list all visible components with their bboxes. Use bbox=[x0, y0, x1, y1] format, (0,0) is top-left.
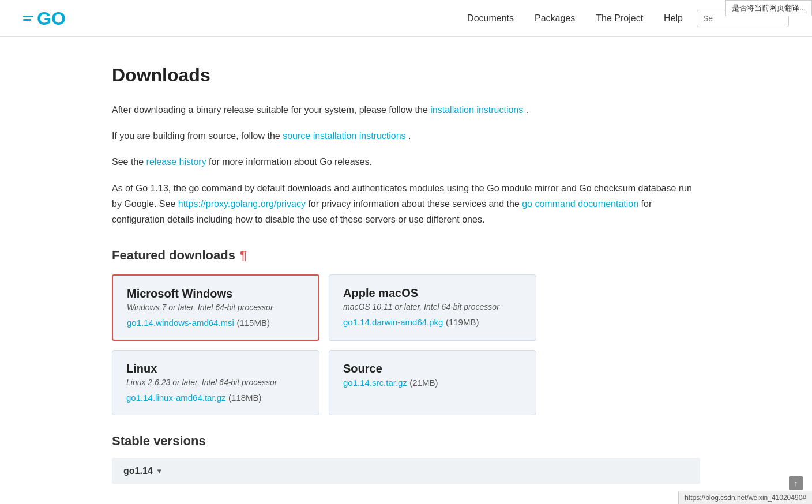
linux-size: (118MB) bbox=[228, 393, 262, 403]
bottom-url-text: https://blog.csdn.net/weixin_41020490# bbox=[685, 494, 806, 502]
logo-line-1 bbox=[23, 16, 33, 17]
intro-3-text-before: See the bbox=[112, 157, 146, 167]
nav-the-project[interactable]: The Project bbox=[596, 13, 643, 24]
intro-para-3: See the release history for more informa… bbox=[112, 154, 700, 170]
intro-2-text-before: If you are building from source, follow … bbox=[112, 131, 283, 141]
featured-section-title: Featured downloads ¶ bbox=[112, 248, 700, 263]
translate-bar: 是否将当前网页翻译... bbox=[725, 0, 812, 16]
logo-area: GO bbox=[23, 9, 66, 28]
source-installation-link[interactable]: source installation instructions bbox=[283, 131, 405, 141]
intro-2-text-after: . bbox=[408, 131, 411, 141]
version-arrow: ▾ bbox=[157, 467, 161, 475]
version-row-go114[interactable]: go1.14 ▾ bbox=[112, 458, 700, 484]
macos-download-link[interactable]: go1.14.darwin-amd64.pkg bbox=[343, 317, 443, 327]
download-card-linux: Linux Linux 2.6.23 or later, Intel 64-bi… bbox=[112, 350, 319, 415]
intro-para-2: If you are building from source, follow … bbox=[112, 128, 700, 144]
macos-subtitle: macOS 10.11 or later, Intel 64-bit proce… bbox=[343, 302, 522, 311]
nav-packages[interactable]: Packages bbox=[535, 13, 575, 24]
page-title: Downloads bbox=[112, 65, 700, 86]
download-grid: Microsoft Windows Windows 7 or later, In… bbox=[112, 274, 700, 415]
intro-1-text-after: . bbox=[526, 105, 528, 115]
featured-title-text: Featured downloads bbox=[112, 248, 235, 263]
bottom-url-bar: https://blog.csdn.net/weixin_41020490# bbox=[678, 491, 812, 504]
download-card-macos: Apple macOS macOS 10.11 or later, Intel … bbox=[329, 274, 536, 341]
go-command-doc-link[interactable]: go command documentation bbox=[522, 199, 638, 209]
scroll-up-button[interactable]: ↑ bbox=[789, 476, 803, 490]
windows-size: (115MB) bbox=[236, 318, 270, 328]
linux-download-link[interactable]: go1.14.linux-amd64.tar.gz bbox=[126, 393, 226, 403]
linux-title: Linux bbox=[126, 362, 305, 375]
version-label: go1.14 bbox=[123, 466, 153, 476]
intro-section: After downloading a binary release suita… bbox=[112, 102, 700, 227]
intro-1-text-before: After downloading a binary release suita… bbox=[112, 105, 430, 115]
macos-title: Apple macOS bbox=[343, 287, 522, 300]
installation-instructions-link[interactable]: installation instructions bbox=[430, 105, 523, 115]
main-content: Downloads After downloading a binary rel… bbox=[89, 37, 723, 504]
logo-line-2 bbox=[23, 19, 31, 21]
nav-documents[interactable]: Documents bbox=[467, 13, 514, 24]
proxy-golang-link[interactable]: https://proxy.golang.org/privacy bbox=[178, 199, 306, 209]
macos-size: (119MB) bbox=[446, 317, 479, 327]
source-download-link[interactable]: go1.14.src.tar.gz bbox=[343, 378, 407, 388]
linux-subtitle: Linux 2.6.23 or later, Intel 64-bit proc… bbox=[126, 378, 305, 387]
release-history-link[interactable]: release history bbox=[146, 157, 206, 167]
main-nav: Documents Packages The Project Help bbox=[467, 13, 683, 24]
translate-text: 是否将当前网页翻译... bbox=[732, 3, 806, 12]
windows-subtitle: Windows 7 or later, Intel 64-bit process… bbox=[127, 303, 304, 312]
download-card-windows: Microsoft Windows Windows 7 or later, In… bbox=[112, 274, 319, 341]
nav-help[interactable]: Help bbox=[664, 13, 683, 24]
windows-download-link[interactable]: go1.14.windows-amd64.msi bbox=[127, 318, 234, 328]
intro-para-1: After downloading a binary release suita… bbox=[112, 102, 700, 118]
intro-para-4: As of Go 1.13, the go command by default… bbox=[112, 180, 700, 228]
windows-title: Microsoft Windows bbox=[127, 287, 304, 300]
download-card-source: Source go1.14.src.tar.gz (21MB) bbox=[329, 350, 536, 415]
logo-decoration bbox=[23, 16, 33, 21]
featured-anchor[interactable]: ¶ bbox=[240, 248, 247, 263]
intro-3-text-after: for more information about Go releases. bbox=[209, 157, 372, 167]
source-size: (21MB) bbox=[409, 378, 438, 388]
stable-versions-title: Stable versions bbox=[112, 434, 700, 449]
logo-text: GO bbox=[37, 9, 66, 28]
header: GO Documents Packages The Project Help bbox=[0, 0, 812, 37]
go-logo-link[interactable]: GO bbox=[23, 9, 66, 28]
intro-4-text-middle: for privacy information about these serv… bbox=[308, 199, 522, 209]
source-title: Source bbox=[343, 362, 522, 375]
